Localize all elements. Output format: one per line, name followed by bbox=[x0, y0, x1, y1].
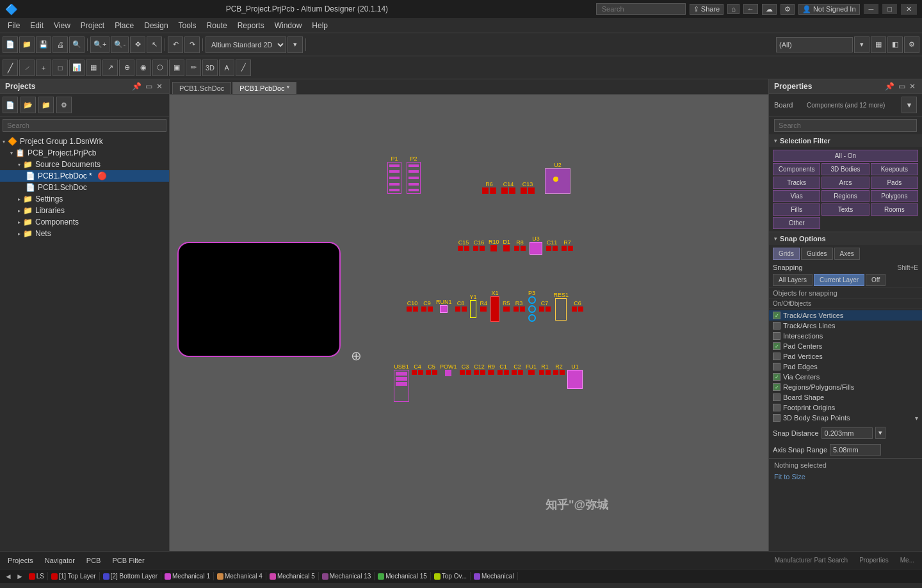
status-more[interactable]: Me... bbox=[895, 557, 919, 564]
tool-text[interactable]: A bbox=[219, 60, 234, 76]
tab-pcb-doc[interactable]: PCB1.PcbDoc * bbox=[232, 82, 296, 94]
filter-regions[interactable]: Regions bbox=[821, 190, 869, 202]
snap-all-layers-btn[interactable]: All Layers bbox=[773, 274, 813, 286]
status-manufacturer-search[interactable]: Manufacturer Part Search bbox=[770, 557, 853, 564]
status-properties[interactable]: Properties bbox=[854, 557, 894, 564]
back-button[interactable]: ← bbox=[743, 4, 758, 14]
properties-close-btn[interactable]: ✕ bbox=[908, 82, 917, 91]
tree-item-nets[interactable]: ▸ 📁 Nets bbox=[0, 228, 169, 239]
tool-print[interactable]: 🖨 bbox=[53, 36, 68, 53]
panel-expand-btn[interactable]: ▭ bbox=[144, 82, 154, 91]
snap-item-pad-centers[interactable]: ✓ Pad Centers bbox=[769, 341, 922, 351]
snap-item-track-arcs-lines[interactable]: Track/Arcs Lines bbox=[769, 321, 922, 331]
filter-vias[interactable]: Vias bbox=[773, 190, 820, 202]
minimize-button[interactable]: ─ bbox=[864, 4, 879, 14]
menu-edit[interactable]: Edit bbox=[25, 20, 49, 31]
3d-snap-dropdown[interactable]: ▾ bbox=[915, 415, 918, 422]
tool-align[interactable]: ▦ bbox=[86, 60, 101, 76]
snap-item-regions-polygons[interactable]: ✓ Regions/Polygons/Fills bbox=[769, 382, 922, 392]
status-tab-navigator[interactable]: Navigator bbox=[40, 555, 80, 566]
snap-distance-input[interactable] bbox=[821, 427, 873, 439]
filter-keepouts[interactable]: Keepouts bbox=[871, 163, 918, 175]
user-button[interactable]: 👤 Not Signed In bbox=[798, 4, 860, 15]
layer-mech4[interactable]: Mechanical 4 bbox=[214, 572, 266, 580]
snap-cb-regions-polygons[interactable]: ✓ bbox=[773, 383, 780, 391]
filter-arcs[interactable]: Arcs bbox=[821, 177, 869, 189]
menu-reports[interactable]: Reports bbox=[232, 20, 270, 31]
fit-to-size-link[interactable]: Fit to Size bbox=[769, 472, 922, 482]
snap-item-board-shape[interactable]: Board Shape bbox=[769, 392, 922, 402]
snap-cb-track-arcs-lines[interactable] bbox=[773, 322, 780, 330]
layer-single-btn[interactable]: ◧ bbox=[887, 36, 903, 53]
snap-cb-3d-body-snap[interactable] bbox=[773, 414, 780, 422]
titlebar-search-input[interactable] bbox=[596, 3, 686, 15]
snap-cb-pad-centers[interactable]: ✓ bbox=[773, 342, 780, 350]
filter-pads[interactable]: Pads bbox=[871, 177, 918, 189]
tree-item-pcb-doc[interactable]: 📄 PCB1.PcbDoc * 🔴 bbox=[0, 170, 169, 182]
layer-nav-right[interactable]: ► bbox=[14, 572, 26, 581]
project-open-btn[interactable]: 📂 bbox=[20, 97, 36, 113]
maximize-button[interactable]: □ bbox=[882, 4, 897, 14]
snap-cb-pad-vertices[interactable] bbox=[773, 353, 780, 360]
menu-view[interactable]: View bbox=[49, 20, 76, 31]
snap-current-layer-btn[interactable]: Current Layer bbox=[814, 274, 864, 286]
layer-top-overlay[interactable]: Top Ov... bbox=[431, 572, 471, 580]
settings-button[interactable]: ⚙ bbox=[780, 4, 795, 15]
menu-route[interactable]: Route bbox=[202, 20, 232, 31]
tool-comp[interactable]: ▣ bbox=[169, 60, 184, 76]
selection-filter-header[interactable]: ▾ Selection Filter bbox=[769, 134, 922, 147]
filter-texts[interactable]: Texts bbox=[821, 203, 869, 216]
home-button[interactable]: ⌂ bbox=[727, 4, 740, 14]
tool-chart[interactable]: 📊 bbox=[69, 60, 85, 76]
tool-diff-route[interactable]: ⟋ bbox=[19, 60, 35, 76]
layer-mech15[interactable]: Mechanical 15 bbox=[375, 572, 430, 580]
layer-mech13[interactable]: Mechanical 13 bbox=[319, 572, 375, 580]
cloud-button[interactable]: ☁ bbox=[762, 4, 777, 15]
layer-filter-input[interactable] bbox=[776, 37, 853, 52]
layer-bottom[interactable]: [2] Bottom Layer bbox=[100, 572, 161, 580]
tool-fanout[interactable]: ⊕ bbox=[119, 60, 134, 76]
tool-via[interactable]: ◉ bbox=[136, 60, 151, 76]
view-mode-dropdown[interactable]: Altium Standard 2D bbox=[206, 36, 286, 53]
tool-new[interactable]: 📄 bbox=[3, 36, 18, 53]
snap-cb-pad-edges[interactable] bbox=[773, 363, 780, 370]
tree-item-project-group[interactable]: ▾ 🔶 Project Group 1.DsnWrk bbox=[0, 136, 169, 147]
snap-item-pad-vertices[interactable]: Pad Vertices bbox=[769, 351, 922, 362]
axis-snap-input[interactable] bbox=[830, 444, 881, 456]
snap-item-pad-edges[interactable]: Pad Edges bbox=[769, 362, 922, 372]
properties-expand-btn[interactable]: ▭ bbox=[897, 82, 907, 91]
snap-tab-guides[interactable]: Guides bbox=[801, 248, 833, 260]
menu-file[interactable]: File bbox=[3, 20, 25, 31]
properties-search-input[interactable] bbox=[774, 119, 917, 132]
menu-tools[interactable]: Tools bbox=[174, 20, 202, 31]
layer-filter-dropdown[interactable]: ▾ bbox=[854, 36, 869, 53]
tool-search2[interactable]: 🔍 bbox=[69, 36, 85, 53]
snap-cb-board-shape[interactable] bbox=[773, 393, 780, 401]
snap-item-3d-body-snap[interactable]: 3D Body Snap Points ▾ bbox=[769, 413, 922, 423]
status-tab-projects[interactable]: Projects bbox=[3, 555, 38, 566]
snap-item-footprint-origins[interactable]: Footprint Origins bbox=[769, 402, 922, 413]
project-new-btn[interactable]: 📄 bbox=[3, 97, 18, 113]
filter-components[interactable]: Components bbox=[773, 163, 820, 175]
share-button[interactable]: ⇪ Share bbox=[690, 4, 724, 15]
snap-cb-track-arcs-vertices[interactable]: ✓ bbox=[773, 312, 780, 319]
tool-select[interactable]: ↖ bbox=[147, 36, 162, 53]
layer-ls[interactable]: LS bbox=[26, 572, 48, 580]
tool-undo[interactable]: ↶ bbox=[168, 36, 183, 53]
snap-item-track-arcs-vertices[interactable]: ✓ Track/Arcs Vertices bbox=[769, 310, 922, 321]
menu-help[interactable]: Help bbox=[307, 20, 333, 31]
tool-line[interactable]: ╱ bbox=[236, 60, 251, 76]
tool-add-track[interactable]: + bbox=[36, 60, 51, 76]
panel-pin-btn[interactable]: 📌 bbox=[131, 82, 143, 91]
filter-3d-bodies[interactable]: 3D Bodies bbox=[821, 163, 869, 175]
snap-distance-dropdown-btn[interactable]: ▾ bbox=[875, 427, 886, 439]
snap-tab-axes[interactable]: Axes bbox=[834, 248, 860, 260]
close-button[interactable]: ✕ bbox=[901, 4, 917, 15]
menu-window[interactable]: Window bbox=[270, 20, 307, 31]
project-folder-btn[interactable]: 📁 bbox=[38, 97, 54, 113]
status-tab-pcb[interactable]: PCB bbox=[81, 555, 106, 566]
project-settings-btn[interactable]: ⚙ bbox=[56, 97, 72, 113]
layer-nav-left[interactable]: ◄ bbox=[3, 572, 14, 581]
snap-cb-intersections[interactable] bbox=[773, 332, 780, 340]
filter-tracks[interactable]: Tracks bbox=[773, 177, 820, 189]
